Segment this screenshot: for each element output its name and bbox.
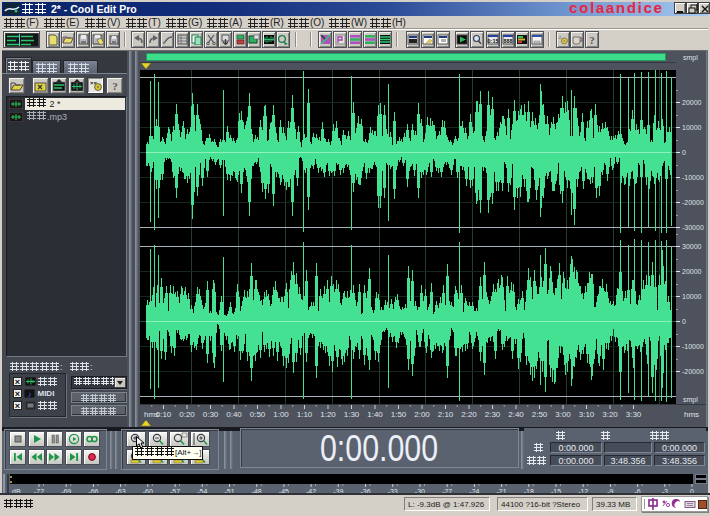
svg-text:1:10: 1:10 xyxy=(297,410,313,419)
svg-text:2:20: 2:20 xyxy=(461,410,477,419)
svg-text:0:15: 0:15 xyxy=(488,38,499,44)
svg-text:3:30: 3:30 xyxy=(626,410,642,419)
svg-text:1:50: 1:50 xyxy=(391,410,407,419)
svg-text:3:10: 3:10 xyxy=(579,410,595,419)
svg-text:smpl: smpl xyxy=(683,54,698,62)
svg-text:?: ? xyxy=(112,80,118,92)
svg-text:0:50: 0:50 xyxy=(250,410,266,419)
svg-text:1:00: 1:00 xyxy=(273,410,289,419)
svg-text:-30000: -30000 xyxy=(682,224,704,231)
svg-text:♪: ♪ xyxy=(28,390,32,399)
svg-text:?: ? xyxy=(589,34,595,46)
svg-text:888: 888 xyxy=(504,38,513,44)
svg-text:1:40: 1:40 xyxy=(367,410,383,419)
svg-text:-10000: -10000 xyxy=(682,174,704,181)
svg-text:20000: 20000 xyxy=(682,99,702,106)
svg-text:0: 0 xyxy=(682,149,686,156)
svg-text:smpl: smpl xyxy=(683,396,698,404)
svg-text:-10000: -10000 xyxy=(682,343,704,350)
svg-text:1:30: 1:30 xyxy=(344,410,360,419)
svg-text:2:10: 2:10 xyxy=(438,410,454,419)
svg-text:30000: 30000 xyxy=(682,243,702,250)
svg-text:10000: 10000 xyxy=(682,293,702,300)
svg-text:0:40: 0:40 xyxy=(226,410,242,419)
svg-text:2:40: 2:40 xyxy=(508,410,524,419)
svg-text:1:20: 1:20 xyxy=(320,410,336,419)
svg-text:0:30: 0:30 xyxy=(203,410,219,419)
svg-text:-20000: -20000 xyxy=(682,199,704,206)
svg-text:0:20: 0:20 xyxy=(179,410,195,419)
svg-text:0:10: 0:10 xyxy=(156,410,172,419)
svg-text:0: 0 xyxy=(682,318,686,325)
svg-text:10000: 10000 xyxy=(682,124,702,131)
svg-text:-20000: -20000 xyxy=(682,368,704,375)
svg-text:♫: ♫ xyxy=(558,35,561,40)
svg-text:hms: hms xyxy=(684,410,699,419)
svg-text:2:00: 2:00 xyxy=(414,410,430,419)
svg-text:2:30: 2:30 xyxy=(485,410,501,419)
svg-text:3:20: 3:20 xyxy=(602,410,618,419)
svg-text:3:00: 3:00 xyxy=(555,410,571,419)
svg-text:2:50: 2:50 xyxy=(532,410,548,419)
svg-text:20000: 20000 xyxy=(682,268,702,275)
